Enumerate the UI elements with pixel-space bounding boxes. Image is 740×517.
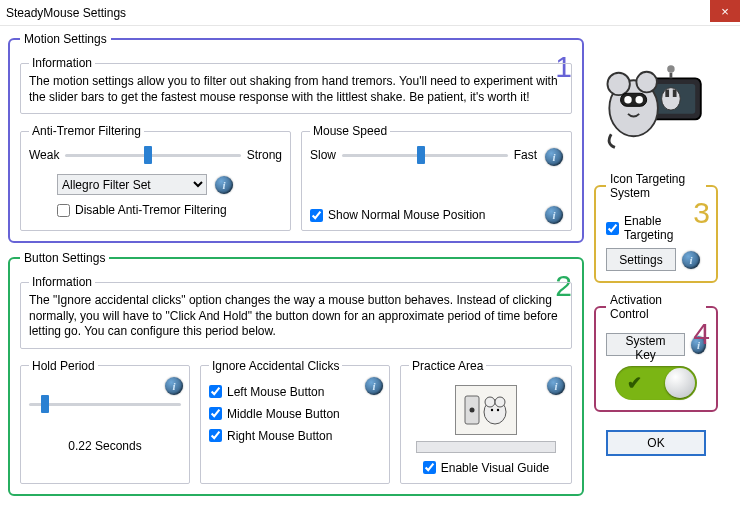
svg-point-13 <box>667 65 674 72</box>
info-icon[interactable] <box>165 377 183 395</box>
fast-label: Fast <box>514 148 537 162</box>
info-icon[interactable] <box>215 176 233 194</box>
anti-tremor-group: Anti-Tremor Filtering Weak Strong Allegr… <box>20 124 291 231</box>
activation-control-group: Activation Control 4 System Key ✔ <box>594 293 718 412</box>
svg-point-19 <box>635 96 642 103</box>
show-position-checkbox[interactable] <box>310 209 323 222</box>
svg-point-4 <box>495 397 505 407</box>
checkmark-icon: ✔ <box>627 372 642 394</box>
motion-info-group: Information The motion settings allow yo… <box>20 56 572 114</box>
mouse-speed-legend: Mouse Speed <box>310 124 390 138</box>
app-logo <box>594 32 718 162</box>
visual-guide-checkbox[interactable] <box>423 461 436 474</box>
targeting-legend: Icon Targeting System <box>606 172 706 200</box>
motion-info-text: The motion settings allow you to filter … <box>29 74 563 105</box>
strong-label: Strong <box>247 148 282 162</box>
toggle-knob <box>665 368 695 398</box>
titlebar: SteadyMouse Settings × <box>0 0 740 26</box>
practice-mouse-icon <box>461 390 511 430</box>
show-position-label[interactable]: Show Normal Mouse Position <box>328 208 485 222</box>
left-button-checkbox[interactable] <box>209 385 222 398</box>
targeting-settings-button[interactable]: Settings <box>606 248 676 271</box>
icon-targeting-group: Icon Targeting System 3 Enable Targeting… <box>594 172 718 283</box>
anti-tremor-legend: Anti-Tremor Filtering <box>29 124 144 138</box>
info-icon[interactable] <box>365 377 383 395</box>
practice-area-group: Practice Area <box>400 359 572 484</box>
svg-point-16 <box>636 72 657 93</box>
svg-point-6 <box>497 409 499 411</box>
slow-label: Slow <box>310 148 336 162</box>
svg-point-1 <box>470 407 475 412</box>
motion-info-legend: Information <box>29 56 95 70</box>
hold-legend: Hold Period <box>29 359 98 373</box>
info-icon[interactable] <box>545 206 563 224</box>
motion-legend: Motion Settings <box>20 32 111 46</box>
button-settings-group: Button Settings 2 Information The "Ignor… <box>8 251 584 496</box>
svg-point-5 <box>491 409 493 411</box>
right-button-label[interactable]: Right Mouse Button <box>227 429 332 443</box>
hold-period-group: Hold Period 0.22 Seconds <box>20 359 190 484</box>
visual-guide-label[interactable]: Enable Visual Guide <box>441 461 550 475</box>
hold-period-value: 0.22 Seconds <box>29 439 181 453</box>
middle-button-label[interactable]: Middle Mouse Button <box>227 407 340 421</box>
window-title: SteadyMouse Settings <box>6 6 126 20</box>
section-number-3: 3 <box>693 196 710 230</box>
enable-targeting-checkbox[interactable] <box>606 222 619 235</box>
left-button-label[interactable]: Left Mouse Button <box>227 385 324 399</box>
ignore-clicks-group: Ignore Accidental Clicks Left Mouse Butt… <box>200 359 390 484</box>
svg-point-9 <box>662 88 681 110</box>
svg-point-18 <box>624 96 631 103</box>
mouse-speed-slider[interactable] <box>342 146 508 164</box>
info-icon[interactable] <box>682 251 700 269</box>
button-info-text: The "Ignore accidental clicks" option ch… <box>29 293 563 340</box>
anti-tremor-slider[interactable] <box>65 146 240 164</box>
disable-filtering-label[interactable]: Disable Anti-Tremor Filtering <box>75 203 227 217</box>
info-icon[interactable] <box>547 377 565 395</box>
ignore-legend: Ignore Accidental Clicks <box>209 359 342 373</box>
disable-filtering-checkbox[interactable] <box>57 204 70 217</box>
filter-set-select[interactable]: Allegro Filter Set <box>57 174 207 195</box>
middle-button-checkbox[interactable] <box>209 407 222 420</box>
button-info-group: Information The "Ignore accidental click… <box>20 275 572 349</box>
section-number-4: 4 <box>693 317 710 351</box>
practice-progress <box>416 441 556 453</box>
hold-period-slider[interactable] <box>29 395 181 413</box>
ok-button[interactable]: OK <box>606 430 706 456</box>
svg-rect-10 <box>665 90 669 97</box>
button-info-legend: Information <box>29 275 95 289</box>
weak-label: Weak <box>29 148 59 162</box>
practice-legend: Practice Area <box>409 359 486 373</box>
svg-point-3 <box>485 397 495 407</box>
right-button-checkbox[interactable] <box>209 429 222 442</box>
motion-settings-group: Motion Settings 1 Information The motion… <box>8 32 584 243</box>
svg-rect-11 <box>673 90 677 97</box>
system-key-button[interactable]: System Key <box>606 333 685 356</box>
button-legend: Button Settings <box>20 251 109 265</box>
practice-target[interactable] <box>455 385 517 435</box>
close-button[interactable]: × <box>710 0 740 22</box>
activation-toggle[interactable]: ✔ <box>615 366 697 400</box>
close-icon: × <box>721 4 729 19</box>
mouse-speed-group: Mouse Speed Slow Fast Show Normal Mouse … <box>301 124 572 231</box>
activation-legend: Activation Control <box>606 293 706 321</box>
svg-point-15 <box>607 73 629 95</box>
